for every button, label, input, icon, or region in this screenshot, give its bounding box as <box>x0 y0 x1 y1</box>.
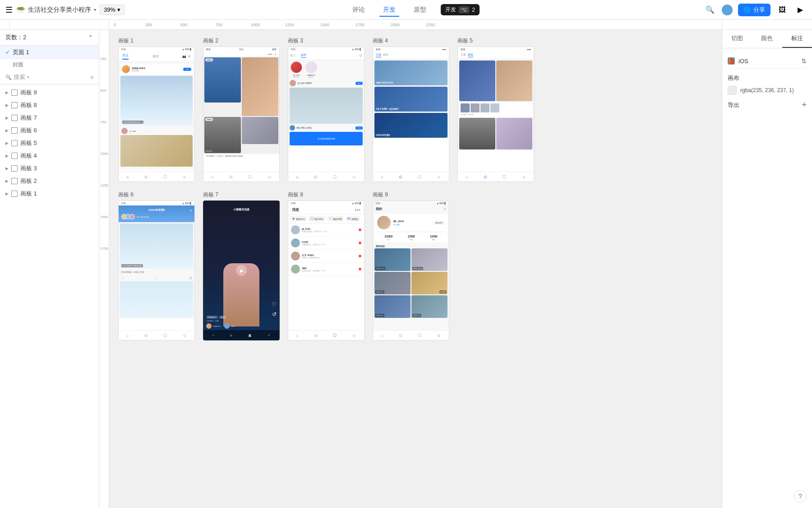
help-label: ? <box>798 493 802 500</box>
color-swatch <box>728 86 737 95</box>
nav6-search: ⊙ <box>144 333 148 338</box>
stat-likes: 10W 获赞 <box>430 234 437 241</box>
msg-tabs: ★ 我的关注 ☐ 我们评论 ♡ 我的评赞 <box>288 214 364 224</box>
frame-arrow-icon: ▶ <box>5 166 9 171</box>
play-btn[interactable]: ▶ <box>236 265 247 276</box>
landscape-img <box>290 88 363 124</box>
post-date-6: 2021.3.4 <box>412 314 421 317</box>
sidebar-item-board3[interactable]: ▶ 画板 3 <box>0 162 99 175</box>
card-travel: 行你日记 2.6km <box>204 117 241 153</box>
fanny-row: 古力米·FANNY 关注 <box>290 80 363 86</box>
sidebar-item-board8[interactable]: ▶ 画板 8 <box>0 99 99 112</box>
cta-banner: 关注更多精彩内容 <box>290 132 363 145</box>
tab-color[interactable]: 颜色 <box>752 30 782 48</box>
platform-settings-icon[interactable]: ⇅ <box>801 57 807 65</box>
nav5-home: ⌂ <box>466 175 468 179</box>
msg-item-coup[interactable]: COUP 你看那那里，你好什么一下子 <box>288 237 364 250</box>
my-posts-label: 我的动态 <box>373 244 449 248</box>
sidebar-item-board2[interactable]: ▶ 画板 2 <box>0 175 99 187</box>
video-bottom-nav: ⌂ ⊙ ▣ ☺ <box>203 330 279 340</box>
board-6-mockup[interactable]: 9:41▲ WiFi ▌ ← #2022年初雪# ⊕ <box>118 200 195 340</box>
v-mark-1750: 1750 <box>100 247 108 251</box>
status-bar-3: 9:41▲ WiFi ▌ <box>288 47 364 51</box>
frame-label: 画板 2 <box>20 177 37 185</box>
board-2-mockup[interactable]: 附近关注推荐 ●●● ⊙ 1.5km <box>203 47 280 182</box>
dev-badge-label: 开发 <box>445 6 456 14</box>
frame-icon <box>11 140 18 146</box>
frame-icon <box>11 89 18 96</box>
tab-cutout[interactable]: 切图 <box>722 30 752 48</box>
tab-prototype[interactable]: 原型 <box>410 4 430 16</box>
share-button[interactable]: 🌐 分享 <box>738 4 770 16</box>
dev-mode-badge: 开发 ⌥ 2 <box>441 4 480 15</box>
board-7-mockup[interactable]: 9:41▲ WiFi ▌ ▶ 小摆摊买 <box>203 200 280 340</box>
export-add-icon[interactable]: + <box>802 100 807 110</box>
boards-row-2: 画板 6 9:41▲ WiFi ▌ ← #2022年初雪# ⊕ <box>118 191 713 340</box>
play-icon[interactable]: ▶ <box>794 4 807 16</box>
v-share-icon: ↺ <box>272 311 277 317</box>
v-mark-1500: 1500 <box>100 215 108 219</box>
user-avatar <box>122 65 130 73</box>
image-icon[interactable]: 🖼 <box>776 4 789 16</box>
board-5-mockup[interactable]: 发现●●● 主题 频道 <box>457 47 534 182</box>
canvas-scroll[interactable]: 画板 1 9:41▲ WiFi ▌ 关注 推荐 📷 ⊕ <box>109 30 722 508</box>
sidebar-item-board5[interactable]: ▶ 画板 5 <box>0 137 99 149</box>
frame-icon <box>11 102 18 108</box>
canvas-inner: 画板 1 9:41▲ WiFi ▌ 关注 推荐 📷 ⊕ <box>109 30 722 348</box>
tab-dev[interactable]: 开发 <box>379 4 399 16</box>
nav5-chat: ☐ <box>503 175 506 179</box>
board-4-mockup[interactable]: 发现●●● 主题 频道 #旅行日记·VLOG <box>373 47 449 182</box>
board-8-mockup[interactable]: 9:43▲ WiFi ▌ 消息 ●●● ★ <box>288 200 364 340</box>
color-value-label: rgba(235, 236, 237, 1) <box>740 87 794 93</box>
post-img-3: 2021.3.3 <box>374 272 411 294</box>
tab-bar-follow: 关注 推荐 📷 ⊕ <box>119 51 194 62</box>
status-bar-5: 发现●●● <box>458 47 534 51</box>
private-icon-tab: ✉ <box>347 217 351 221</box>
sidebar-item-board4[interactable]: ▶ 画板 4 <box>0 149 99 162</box>
board-1-mockup[interactable]: 9:41▲ WiFi ▌ 关注 推荐 📷 ⊕ <box>118 47 195 182</box>
history-icon[interactable] <box>722 5 733 15</box>
frame-list: ▶ 画板 9 ▶ 画板 8 ▶ 画板 7 ▶ 画板 6 ▶ <box>0 84 99 202</box>
ruler-mark-250: 250 <box>145 23 152 27</box>
sidebar-item-board6[interactable]: ▶ 画板 6 <box>0 124 99 137</box>
card-person <box>242 117 278 144</box>
sidebar-item-board1[interactable]: ▶ 画板 1 <box>0 187 99 200</box>
v-mark-750: 750 <box>100 120 106 124</box>
help-button[interactable]: ? <box>794 490 807 503</box>
color-row: rgba(235, 236, 237, 1) <box>728 86 807 95</box>
tab-review[interactable]: 评论 <box>349 4 369 16</box>
sidebar-item-board7[interactable]: ▶ 画板 7 <box>0 112 99 124</box>
small-img-2 <box>471 103 480 112</box>
daka-dot <box>359 255 361 257</box>
grid-meta: 541k粉 · 341k粉 <box>461 113 531 116</box>
msg-item-kuo: 由· KUO 你看这这那里，你好什么一下子 <box>288 224 364 237</box>
sidebar-cover-item[interactable]: 封面 <box>0 59 99 70</box>
sidebar-item-board9[interactable]: ▶ 画板 9 <box>0 86 99 99</box>
tab-annotation[interactable]: 标注 <box>782 30 812 48</box>
right-panel-body: 🍎 iOS ⇅ 画布 rgba(235, 236, 237, 1) 导出 + <box>722 48 812 115</box>
board-3-mockup[interactable]: 9:41▲ WiFi ▌ 热门 推荐 ⊙ <box>288 47 364 182</box>
grid-img-1 <box>459 61 495 101</box>
follow-lang: 关注 <box>355 126 363 130</box>
zoom-button[interactable]: 39% ▾ <box>100 5 125 15</box>
sidebar-page-item-1[interactable]: ✓ 页面 1 <box>0 46 99 59</box>
post-date-5: 2021.3.4 <box>375 314 384 317</box>
frame-icon <box>11 191 18 197</box>
menu-icon[interactable]: ☰ <box>5 5 13 15</box>
canvas-section-title: 画布 <box>728 74 807 82</box>
coup-dot <box>359 242 361 244</box>
search-icon[interactable]: 🔍 <box>704 4 716 16</box>
snow-caption: #2022初雪# 恒寒的消磨 <box>121 264 143 267</box>
grid-img-2 <box>496 61 532 101</box>
board-9-mockup[interactable]: 9:41▲ WiFi ▌ 我的 ⊙ <box>373 200 449 340</box>
dev-badge-key: ⌥ <box>459 6 469 13</box>
nav9-chat: ☐ <box>418 333 421 338</box>
options-dots: ⊕ <box>190 209 192 212</box>
search-options-icon[interactable]: ≡ <box>90 74 93 80</box>
app-logo[interactable]: 🥗 生活社交分享类小程序 ▾ <box>16 5 96 14</box>
ruler-mark-750: 750 <box>216 23 222 27</box>
topic-banner-1: #旅行日记·VLOG <box>374 61 448 85</box>
kuo-msg: 你看这这那里，你好什么一下子 <box>302 230 357 233</box>
board-9-title: 画板 9 <box>373 191 449 199</box>
sidebar-collapse-icon[interactable]: ⌃ <box>88 34 93 41</box>
